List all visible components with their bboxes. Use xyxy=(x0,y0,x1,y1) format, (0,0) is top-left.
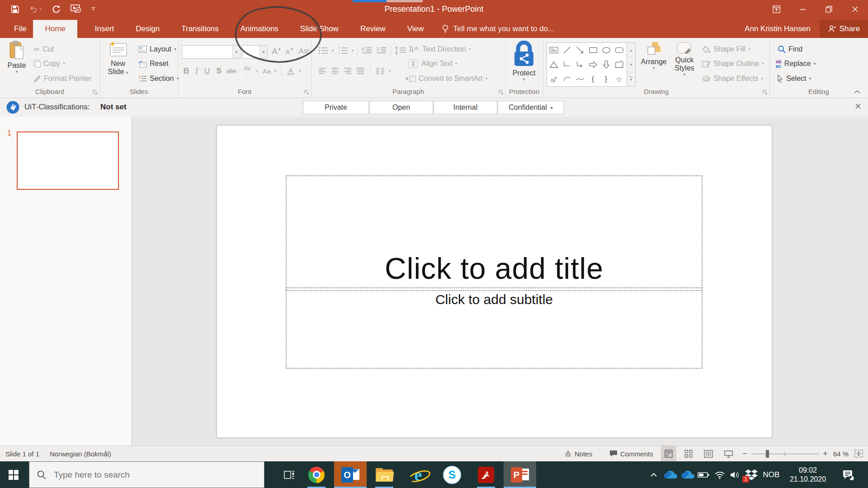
shape-left-brace-icon[interactable]: { xyxy=(586,72,599,86)
layout-button[interactable]: Layout▾ xyxy=(138,43,176,55)
section-button[interactable]: Section▾ xyxy=(138,73,179,84)
shape-elbow-connector-icon[interactable] xyxy=(560,57,573,72)
shape-arc-icon[interactable] xyxy=(560,72,573,86)
taskbar-powerpoint-button[interactable]: P xyxy=(504,461,536,488)
file-explorer-icon xyxy=(376,468,393,482)
slide-counter[interactable]: Slide 1 of 1 xyxy=(5,446,39,461)
ribbon-display-options-icon[interactable] xyxy=(763,0,789,18)
shape-rounded-rectangle-icon[interactable] xyxy=(613,43,626,57)
minimize-icon[interactable] xyxy=(789,0,816,18)
onedrive-business-icon[interactable] xyxy=(680,461,695,488)
restore-icon[interactable] xyxy=(816,0,842,18)
classification-confidential-button[interactable]: Confidential▾ xyxy=(498,101,564,114)
clock[interactable]: 09:02 21.10.2020 xyxy=(783,461,833,488)
volume-icon[interactable] xyxy=(728,461,742,488)
slide-canvas[interactable]: Click to add title Click to add subtitle xyxy=(217,125,772,438)
find-button[interactable]: Find xyxy=(778,43,802,55)
shape-curve-icon[interactable] xyxy=(573,72,586,86)
taskbar-acrobat-button[interactable] xyxy=(470,461,502,488)
normal-view-button[interactable] xyxy=(661,446,676,461)
shape-line-icon[interactable] xyxy=(560,43,573,57)
protect-button[interactable]: Protect ▾ xyxy=(510,41,538,82)
shape-star-icon[interactable]: ☆ xyxy=(613,72,626,86)
classification-bar: UiT-Classifications: Not set Private Ope… xyxy=(0,98,868,117)
zoom-level[interactable]: 64 % xyxy=(833,446,849,461)
gallery-more-icon[interactable]: ▾ xyxy=(627,72,635,86)
battery-icon[interactable] xyxy=(696,461,711,488)
font-name-combo[interactable]: ▾ xyxy=(182,45,241,59)
start-button[interactable] xyxy=(0,461,27,488)
account-user-name[interactable]: Ann Kristin Hansen xyxy=(738,20,820,38)
dropbox-icon[interactable]: 1 xyxy=(743,461,760,488)
save-icon[interactable] xyxy=(11,5,19,14)
tab-design[interactable]: Design xyxy=(129,20,166,38)
search-input[interactable] xyxy=(53,469,245,480)
zoom-in-button[interactable]: + xyxy=(823,446,828,461)
taskbar-chrome-button[interactable] xyxy=(300,461,333,488)
tab-animations[interactable]: Animations xyxy=(234,20,285,38)
taskbar-internet-explorer-button[interactable]: e xyxy=(402,461,434,488)
slide-thumbnail[interactable] xyxy=(17,131,119,190)
fit-slide-to-window-icon[interactable] xyxy=(851,446,866,461)
quick-styles-button[interactable]: Quick Styles ▾ xyxy=(670,41,698,77)
tab-file[interactable]: File xyxy=(7,20,33,38)
classification-open-button[interactable]: Open xyxy=(369,101,433,114)
zoom-out-button[interactable]: − xyxy=(742,446,747,461)
redo-icon[interactable] xyxy=(52,5,61,14)
gallery-scroll-down-icon[interactable]: ▾ xyxy=(627,57,635,72)
title-placeholder[interactable]: Click to add title xyxy=(286,175,703,291)
tab-insert[interactable]: Insert xyxy=(88,20,121,38)
shape-scribble-icon[interactable] xyxy=(547,72,560,86)
notes-button[interactable]: Notes xyxy=(564,446,592,461)
classification-internal-button[interactable]: Internal xyxy=(434,101,497,114)
share-button[interactable]: Share xyxy=(820,20,868,38)
tell-me-box[interactable]: Tell me what you want to do... xyxy=(435,20,561,38)
gallery-scroll-up-icon[interactable]: ▴ xyxy=(627,43,635,57)
select-button[interactable]: Select▾ xyxy=(777,73,811,84)
shape-elbow-arrow-connector-icon[interactable] xyxy=(573,57,586,72)
tab-review[interactable]: Review xyxy=(354,20,392,38)
tab-home[interactable]: Home xyxy=(33,20,77,38)
taskbar-outlook-button[interactable]: O xyxy=(334,461,367,488)
zoom-slider-track[interactable] xyxy=(751,454,819,454)
shape-textbox-icon[interactable] xyxy=(547,43,560,57)
taskbar-file-explorer-button[interactable] xyxy=(368,461,401,488)
shape-right-brace-icon[interactable]: } xyxy=(599,72,613,86)
collapse-ribbon-icon[interactable] xyxy=(854,89,861,94)
subtitle-placeholder[interactable]: Click to add subtitle xyxy=(286,287,703,369)
replace-button[interactable]: abac Replace▾ xyxy=(776,58,816,70)
onedrive-personal-icon[interactable] xyxy=(663,461,678,488)
tab-view[interactable]: View xyxy=(401,20,431,38)
slide-sorter-view-button[interactable] xyxy=(681,446,696,461)
paste-button[interactable]: Paste ▾ xyxy=(4,41,30,74)
shape-rectangle-icon[interactable] xyxy=(586,43,599,57)
wifi-icon[interactable] xyxy=(712,461,727,488)
comments-button[interactable]: Comments xyxy=(609,446,653,461)
taskbar-search-box[interactable] xyxy=(29,461,264,488)
shape-oval-icon[interactable] xyxy=(599,43,613,57)
zoom-slider-thumb[interactable] xyxy=(766,450,769,458)
new-slide-button[interactable]: New Slide ▾ xyxy=(104,41,132,76)
tab-transitions[interactable]: Transitions xyxy=(175,20,226,38)
shape-right-arrow-icon[interactable] xyxy=(586,57,599,72)
classification-close-icon[interactable] xyxy=(854,103,862,110)
language-indicator[interactable]: Norwegian (Bokmål) xyxy=(50,446,111,461)
close-icon[interactable] xyxy=(842,0,868,18)
action-center-icon[interactable] xyxy=(837,461,859,488)
reading-view-button[interactable] xyxy=(701,446,716,461)
start-slideshow-icon[interactable] xyxy=(71,5,81,14)
classification-private-button[interactable]: Private xyxy=(303,101,369,114)
customize-qat-icon[interactable]: ▾ xyxy=(91,7,95,11)
taskbar-skype-button[interactable]: S xyxy=(436,461,468,488)
language-switcher[interactable]: NOB xyxy=(761,461,781,488)
arrange-button[interactable]: Arrange ▾ xyxy=(641,41,667,70)
shape-arrow-icon[interactable] xyxy=(573,43,586,57)
tray-chevron-icon[interactable] xyxy=(647,461,660,488)
tab-slide-show[interactable]: Slide Show xyxy=(293,20,345,38)
reset-button[interactable]: Reset xyxy=(138,58,169,70)
shape-down-arrow-icon[interactable] xyxy=(599,57,613,72)
shape-triangle-icon[interactable] xyxy=(547,57,560,72)
font-size-combo[interactable]: ▾ xyxy=(242,45,268,59)
shape-snip-corner-icon[interactable] xyxy=(613,57,626,72)
slideshow-view-button[interactable] xyxy=(721,446,736,461)
